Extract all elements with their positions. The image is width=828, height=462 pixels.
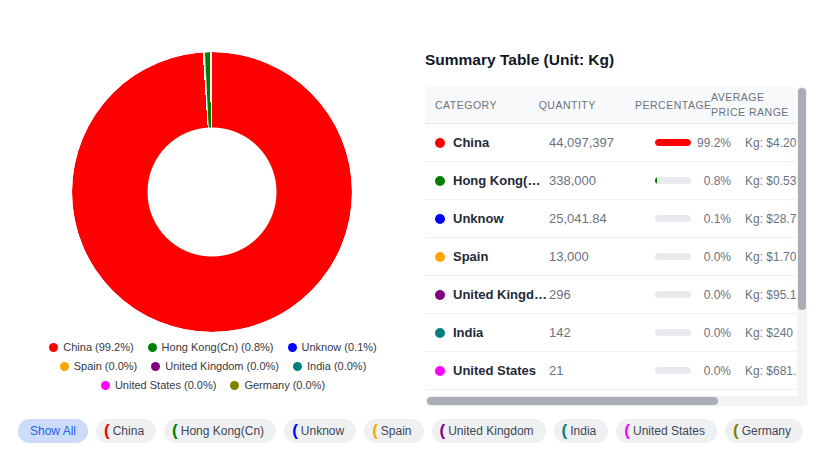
chip-label: Unknow bbox=[301, 424, 344, 438]
table-row[interactable]: Hong Kong(Cn) 338,000 0.8% Kg: $0.53 bbox=[425, 162, 796, 200]
summary-table: CATEGORY QUANTITY PERCENTAGE AVERAGE PRI… bbox=[425, 86, 796, 390]
filter-chip[interactable]: ( Germany bbox=[725, 419, 803, 443]
table-row[interactable]: Spain 13,000 0.0% Kg: $1.70 bbox=[425, 238, 796, 276]
show-all-chip[interactable]: Show All bbox=[18, 419, 88, 443]
row-category: United Kingdom bbox=[453, 287, 549, 302]
chip-label: United States bbox=[633, 424, 705, 438]
filter-chip[interactable]: ( United Kingdom bbox=[432, 419, 546, 443]
legend-item[interactable]: China (99.2%) bbox=[49, 341, 133, 353]
legend-color-dot bbox=[293, 362, 302, 371]
row-category: Unknow bbox=[453, 211, 549, 226]
chart-legend: China (99.2%) Hong Kong(Cn) (0.8%) Unkno… bbox=[30, 341, 396, 391]
filter-chip[interactable]: ( Unknow bbox=[284, 419, 356, 443]
row-quantity: 338,000 bbox=[549, 173, 655, 188]
legend-color-dot bbox=[60, 362, 69, 371]
legend-label: Unknow (0.1%) bbox=[302, 341, 377, 353]
chip-label: United Kingdom bbox=[448, 424, 533, 438]
row-quantity: 296 bbox=[549, 287, 655, 302]
table-body: China 44,097,397 99.2% Kg: $4.20 Hong Ko… bbox=[425, 124, 796, 390]
horizontal-scrollbar-thumb[interactable] bbox=[427, 397, 718, 405]
filter-chip[interactable]: ( China bbox=[96, 419, 156, 443]
row-color-dot bbox=[435, 290, 445, 300]
percentage-bar bbox=[655, 253, 691, 260]
percentage-bar bbox=[655, 139, 691, 146]
horizontal-scrollbar[interactable] bbox=[425, 396, 808, 406]
table-row[interactable]: China 44,097,397 99.2% Kg: $4.20 bbox=[425, 124, 796, 162]
row-quantity: 44,097,397 bbox=[549, 135, 655, 150]
chip-label: Germany bbox=[742, 424, 791, 438]
legend-label: India (0.0%) bbox=[307, 360, 366, 372]
row-percentage: 0.0% bbox=[693, 288, 731, 302]
table-row[interactable]: United States 21 0.0% Kg: $681. bbox=[425, 352, 796, 390]
legend-label: United States (0.0%) bbox=[115, 379, 217, 391]
column-header-category: CATEGORY bbox=[435, 99, 539, 111]
legend-item[interactable]: Hong Kong(Cn) (0.8%) bbox=[148, 341, 274, 353]
filter-chip[interactable]: ( India bbox=[554, 419, 609, 443]
row-percentage: 0.0% bbox=[693, 364, 731, 378]
row-color-dot bbox=[435, 138, 445, 148]
percentage-bar-fill bbox=[655, 139, 691, 146]
legend-label: United Kingdom (0.0%) bbox=[165, 360, 279, 372]
column-header-percentage: PERCENTAGE bbox=[635, 99, 711, 111]
percentage-bar bbox=[655, 367, 691, 374]
table-row[interactable]: India 142 0.0% Kg: $240 bbox=[425, 314, 796, 352]
row-category: China bbox=[453, 135, 549, 150]
row-avg-price: Kg: $240 bbox=[745, 326, 793, 340]
legend-item[interactable]: Unknow (0.1%) bbox=[288, 341, 377, 353]
legend-item[interactable]: India (0.0%) bbox=[293, 360, 366, 372]
percentage-bar bbox=[655, 177, 691, 184]
legend-item[interactable]: United Kingdom (0.0%) bbox=[151, 360, 279, 372]
row-color-dot bbox=[435, 366, 445, 376]
row-percentage: 0.8% bbox=[693, 174, 731, 188]
row-avg-price: Kg: $28.7 bbox=[745, 212, 796, 226]
vertical-scrollbar[interactable] bbox=[797, 86, 807, 404]
percentage-bar bbox=[655, 215, 691, 222]
filter-chip[interactable]: ( Spain bbox=[364, 419, 423, 443]
row-quantity: 13,000 bbox=[549, 249, 655, 264]
row-percentage: 99.2% bbox=[693, 136, 731, 150]
filter-chip[interactable]: ( Hong Kong(Cn) bbox=[164, 419, 276, 443]
row-avg-price: Kg: $681. bbox=[745, 364, 796, 378]
row-avg-price: Kg: $1.70 bbox=[745, 250, 796, 264]
table-row[interactable]: Unknow 25,041.84 0.1% Kg: $28.7 bbox=[425, 200, 796, 238]
row-color-dot bbox=[435, 252, 445, 262]
legend-label: Hong Kong(Cn) (0.8%) bbox=[162, 341, 274, 353]
legend-color-dot bbox=[101, 381, 110, 390]
filter-chips-bar: Show All ( China ( Hong Kong(Cn) ( Unkno… bbox=[18, 419, 803, 443]
row-percentage: 0.0% bbox=[693, 250, 731, 264]
legend-item[interactable]: Spain (0.0%) bbox=[60, 360, 138, 372]
legend-color-dot bbox=[288, 343, 297, 352]
row-avg-price: Kg: $4.20 bbox=[745, 136, 796, 150]
legend-color-dot bbox=[148, 343, 157, 352]
table-header-row: CATEGORY QUANTITY PERCENTAGE AVERAGE PRI… bbox=[425, 86, 796, 124]
legend-label: Spain (0.0%) bbox=[74, 360, 138, 372]
row-category: United States bbox=[453, 363, 549, 378]
chip-label: China bbox=[113, 424, 144, 438]
row-quantity: 21 bbox=[549, 363, 655, 378]
legend-label: China (99.2%) bbox=[63, 341, 133, 353]
chip-arc-icon: ( bbox=[172, 422, 178, 439]
legend-color-dot bbox=[49, 343, 58, 352]
chip-arc-icon: ( bbox=[292, 422, 298, 439]
donut-chart[interactable] bbox=[72, 52, 352, 332]
filter-chip[interactable]: ( United States bbox=[616, 419, 717, 443]
percentage-bar bbox=[655, 329, 691, 336]
row-color-dot bbox=[435, 328, 445, 338]
row-percentage: 0.1% bbox=[693, 212, 731, 226]
legend-item[interactable]: United States (0.0%) bbox=[101, 379, 217, 391]
table-title: Summary Table (Unit: Kg) bbox=[425, 51, 614, 69]
row-category: Spain bbox=[453, 249, 549, 264]
row-category: Hong Kong(Cn) bbox=[453, 173, 549, 188]
row-category: India bbox=[453, 325, 549, 340]
legend-label: Germany (0.0%) bbox=[244, 379, 325, 391]
column-header-quantity: QUANTITY bbox=[539, 99, 635, 111]
row-avg-price: Kg: $95.10 bbox=[745, 288, 796, 302]
row-avg-price: Kg: $0.53 bbox=[745, 174, 796, 188]
vertical-scrollbar-thumb[interactable] bbox=[798, 88, 806, 310]
legend-color-dot bbox=[230, 381, 239, 390]
legend-item[interactable]: Germany (0.0%) bbox=[230, 379, 325, 391]
chip-arc-icon: ( bbox=[733, 422, 739, 439]
row-percentage: 0.0% bbox=[693, 326, 731, 340]
table-row[interactable]: United Kingdom 296 0.0% Kg: $95.10 bbox=[425, 276, 796, 314]
chip-arc-icon: ( bbox=[440, 422, 446, 439]
